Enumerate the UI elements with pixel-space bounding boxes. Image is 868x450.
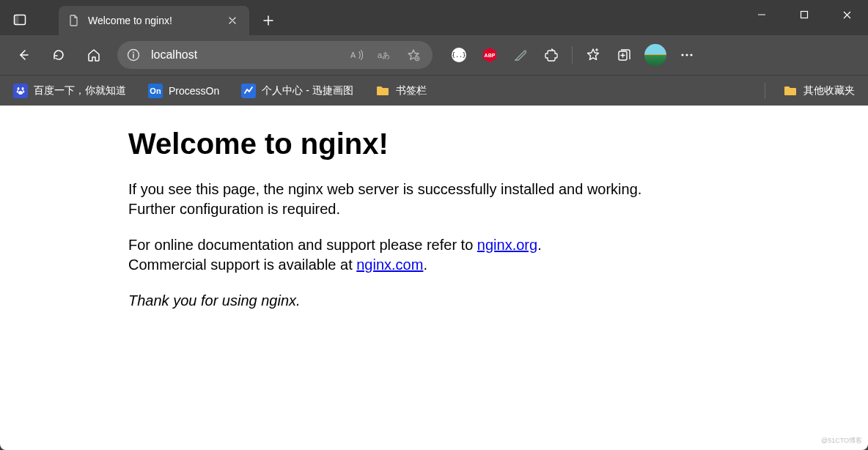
toolbar-divider <box>572 46 573 64</box>
back-button[interactable] <box>7 40 40 70</box>
address-bar[interactable]: A aあ <box>117 41 433 69</box>
text: . <box>537 237 542 253</box>
browser-tab-active[interactable]: Welcome to nginx! <box>59 6 249 35</box>
toolbar: A aあ {..} ABP <box>0 35 868 75</box>
extension-abp-icon[interactable]: ABP <box>475 40 504 70</box>
bookmark-label: ProcessOn <box>169 85 219 97</box>
folder-icon <box>783 84 798 98</box>
bookmark-xunjie[interactable]: 个人中心 - 迅捷画图 <box>237 81 357 101</box>
link-nginx-com[interactable]: nginx.com <box>356 257 423 273</box>
page-viewport[interactable]: Welcome to nginx! If you see this page, … <box>0 106 868 450</box>
page-thanks: Thank you for using nginx. <box>128 291 685 311</box>
favorites-button[interactable] <box>578 40 608 70</box>
svg-text:A: A <box>350 51 356 59</box>
svg-text:aあ: aあ <box>378 51 390 59</box>
folder-icon <box>375 84 390 98</box>
extensions-menu-icon[interactable] <box>537 40 566 70</box>
extension-feather-icon[interactable] <box>506 40 535 70</box>
bookmark-label: 其他收藏夹 <box>803 84 855 97</box>
svg-point-16 <box>18 87 20 90</box>
text: . <box>423 257 427 273</box>
collections-button[interactable] <box>609 40 639 70</box>
svg-point-15 <box>690 54 692 56</box>
svg-text:ABP: ABP <box>485 53 496 58</box>
bookmarks-divider <box>765 83 765 99</box>
thanks-text: Thank you for using nginx. <box>128 292 301 309</box>
titlebar: Welcome to nginx! <box>0 0 868 35</box>
read-aloud-icon[interactable]: A <box>345 44 371 66</box>
tab-title: Welcome to nginx! <box>88 15 217 26</box>
watermark: @51CTO博客 <box>821 436 862 446</box>
bookmark-label: 百度一下，你就知道 <box>34 84 126 97</box>
baidu-icon <box>13 84 28 98</box>
home-button[interactable] <box>78 40 110 70</box>
text: Commercial support is available at <box>128 257 356 273</box>
svg-point-13 <box>681 54 683 56</box>
extension-json-icon[interactable]: {..} <box>444 40 474 70</box>
svg-point-19 <box>23 90 25 93</box>
svg-text:{..}: {..} <box>452 52 466 59</box>
url-input[interactable] <box>151 48 337 62</box>
profile-avatar[interactable] <box>644 44 666 66</box>
svg-point-17 <box>22 87 24 90</box>
new-tab-button[interactable] <box>255 7 282 34</box>
page-paragraph: If you see this page, the nginx web serv… <box>128 180 685 219</box>
tab-actions-button[interactable] <box>7 7 32 32</box>
maximize-button[interactable] <box>783 0 825 29</box>
text: For online documentation and support ple… <box>128 237 477 253</box>
bookmark-label: 书签栏 <box>396 84 427 97</box>
svg-point-4 <box>133 52 134 54</box>
bookmark-label: 个人中心 - 迅捷画图 <box>262 84 353 97</box>
window-controls <box>740 0 868 35</box>
page-paragraph: For online documentation and support ple… <box>128 235 685 275</box>
address-actions: A aあ <box>345 44 427 66</box>
favorite-icon[interactable] <box>400 44 427 66</box>
bookmark-baidu[interactable]: 百度一下，你就知道 <box>9 81 130 101</box>
close-window-button[interactable] <box>825 0 868 29</box>
page-icon <box>67 14 81 27</box>
svg-rect-1 <box>15 15 19 25</box>
page-content: Welcome to nginx! If you see this page, … <box>128 106 685 311</box>
svg-point-14 <box>685 54 688 56</box>
bookmark-other-folder[interactable]: 其他收藏夹 <box>779 81 859 101</box>
translate-icon[interactable]: aあ <box>372 44 399 66</box>
processon-icon: On <box>148 84 163 98</box>
refresh-button[interactable] <box>43 40 75 70</box>
page-heading: Welcome to nginx! <box>128 128 685 161</box>
site-info-icon[interactable] <box>123 45 144 65</box>
minimize-button[interactable] <box>740 0 783 29</box>
svg-point-18 <box>17 90 19 93</box>
svg-rect-2 <box>801 12 808 18</box>
bookmark-folder[interactable]: 书签栏 <box>371 81 431 101</box>
settings-menu-button[interactable] <box>672 40 702 70</box>
tab-close-button[interactable] <box>224 12 240 29</box>
link-nginx-org[interactable]: nginx.org <box>477 237 537 253</box>
extensions: {..} ABP <box>444 40 702 70</box>
bookmarks-bar: 百度一下，你就知道 On ProcessOn 个人中心 - 迅捷画图 书签栏 其… <box>0 75 868 106</box>
xunjie-icon <box>241 84 256 98</box>
bookmark-processon[interactable]: On ProcessOn <box>144 81 224 101</box>
